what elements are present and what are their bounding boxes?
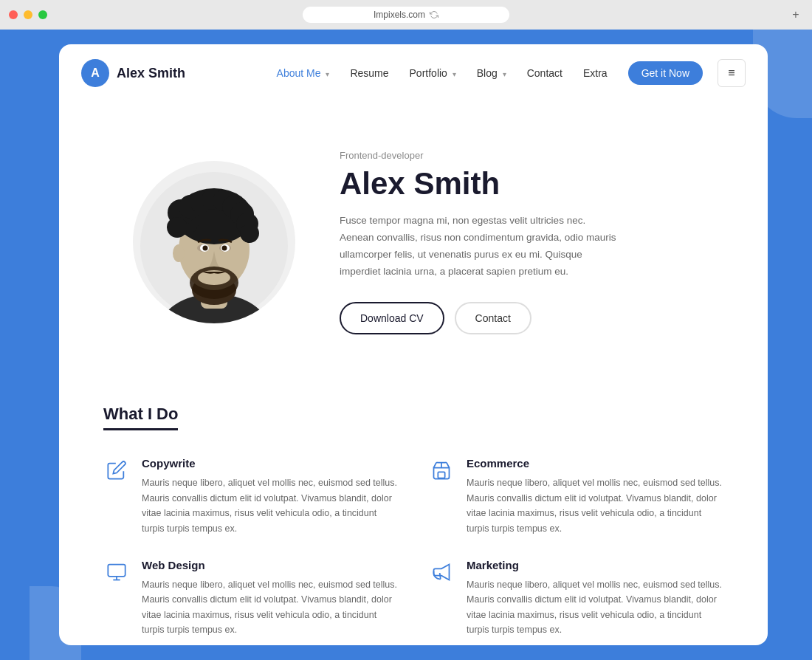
navbar: A Alex Smith About Me ▾ Resume Portfolio… <box>59 44 768 102</box>
service-item-copywrite: Copywrite Mauris neque libero, aliquet v… <box>103 457 399 537</box>
hero-section: Frontend-developer Alex Smith Fusce temp… <box>59 102 768 382</box>
service-desc-ecommerce: Mauris neque libero, aliquet vel mollis … <box>467 475 723 537</box>
service-title-marketing: Marketing <box>467 559 723 571</box>
chevron-down-icon: ▾ <box>503 70 506 78</box>
monitor-icon <box>103 559 130 585</box>
hero-buttons: Download CV Contact <box>340 302 723 334</box>
svg-point-17 <box>173 244 185 262</box>
svg-rect-27 <box>438 472 444 478</box>
svg-point-23 <box>222 246 227 251</box>
logo-icon: A <box>81 59 109 87</box>
contact-button[interactable]: Contact <box>455 302 531 334</box>
new-tab-button[interactable]: + <box>788 7 803 22</box>
nav-item-cta[interactable]: Get it Now <box>628 66 703 80</box>
megaphone-icon <box>428 559 455 585</box>
main-card: A Alex Smith About Me ▾ Resume Portfolio… <box>59 44 768 645</box>
hero-content: Frontend-developer Alex Smith Fusce temp… <box>340 150 723 335</box>
hero-name: Alex Smith <box>340 167 723 201</box>
svg-point-15 <box>167 217 187 238</box>
nav-link-about[interactable]: About Me ▾ <box>277 67 330 79</box>
service-title-copywrite: Copywrite <box>142 457 399 470</box>
nav-links: About Me ▾ Resume Portfolio ▾ Blog ▾ <box>277 66 703 80</box>
service-item-webdesign: Web Design Mauris neque libero, aliquet … <box>103 559 399 639</box>
service-content-marketing: Marketing Mauris neque libero, aliquet v… <box>467 559 723 639</box>
nav-item-extra[interactable]: Extra <box>583 66 608 80</box>
nav-link-contact[interactable]: Contact <box>527 67 562 79</box>
shop-icon <box>428 457 455 484</box>
service-item-ecommerce: Ecommerce Mauris neque libero, aliquet v… <box>428 457 723 537</box>
service-desc-marketing: Mauris neque libero, aliquet vel mollis … <box>467 577 723 639</box>
hamburger-button[interactable]: ≡ <box>718 59 746 87</box>
nav-link-portfolio[interactable]: Portfolio ▾ <box>410 67 456 79</box>
nav-link-blog[interactable]: Blog ▾ <box>477 67 506 79</box>
download-cv-button[interactable]: Download CV <box>340 302 444 334</box>
address-bar[interactable]: Impixels.com <box>303 7 509 23</box>
traffic-light-yellow[interactable] <box>24 10 32 19</box>
nav-link-cta[interactable]: Get it Now <box>628 61 703 85</box>
logo-area: A Alex Smith <box>81 59 185 87</box>
hero-subtitle: Frontend-developer <box>340 150 723 161</box>
nav-item-about[interactable]: About Me ▾ <box>277 66 330 80</box>
svg-rect-28 <box>108 564 125 576</box>
nav-item-contact[interactable]: Contact <box>527 66 562 80</box>
service-content-ecommerce: Ecommerce Mauris neque libero, aliquet v… <box>467 457 723 537</box>
service-title-ecommerce: Ecommerce <box>467 457 723 470</box>
service-content-webdesign: Web Design Mauris neque libero, aliquet … <box>142 559 399 639</box>
browser-chrome: Impixels.com + <box>0 0 812 30</box>
service-desc-webdesign: Mauris neque libero, aliquet vel mollis … <box>142 577 399 639</box>
avatar-image <box>140 168 288 323</box>
service-item-marketing: Marketing Mauris neque libero, aliquet v… <box>428 559 723 639</box>
logo-name: Alex Smith <box>117 66 185 81</box>
traffic-light-green[interactable] <box>38 10 47 19</box>
url-text: Impixels.com <box>374 10 425 20</box>
traffic-light-red[interactable] <box>9 10 18 19</box>
nav-item-blog[interactable]: Blog ▾ <box>477 66 506 80</box>
what-i-do-section: What I Do Copywrite Mauris neque libero,… <box>59 382 768 645</box>
pencil-icon <box>103 457 130 484</box>
svg-point-16 <box>240 224 259 243</box>
hamburger-icon: ≡ <box>728 66 734 80</box>
nav-item-portfolio[interactable]: Portfolio ▾ <box>410 66 456 80</box>
avatar-circle <box>133 161 295 323</box>
nav-link-extra[interactable]: Extra <box>583 67 608 79</box>
hero-description: Fusce tempor magna mi, non egestas velit… <box>340 213 620 281</box>
service-desc-copywrite: Mauris neque libero, aliquet vel mollis … <box>142 475 399 537</box>
chevron-down-icon: ▾ <box>326 70 329 78</box>
service-title-webdesign: Web Design <box>142 559 399 571</box>
svg-point-22 <box>203 246 208 251</box>
nav-item-resume[interactable]: Resume <box>350 66 388 80</box>
nav-link-resume[interactable]: Resume <box>350 67 388 79</box>
what-i-do-title: What I Do <box>103 405 178 430</box>
service-content-copywrite: Copywrite Mauris neque libero, aliquet v… <box>142 457 399 537</box>
chevron-down-icon: ▾ <box>453 70 456 78</box>
services-grid: Copywrite Mauris neque libero, aliquet v… <box>103 457 723 638</box>
hero-image-container <box>133 161 295 323</box>
